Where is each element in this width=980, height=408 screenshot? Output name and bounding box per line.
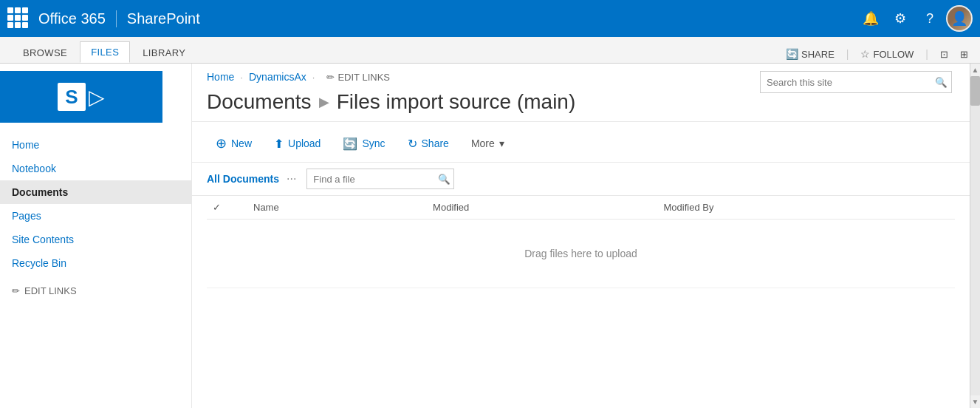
sidebar-item-recycle-bin[interactable]: Recycle Bin xyxy=(0,251,191,275)
ribbon-sep-1: | xyxy=(846,48,849,60)
focus-icon: ⊡ xyxy=(940,49,948,60)
share-action[interactable]: 🔄 SHARE xyxy=(786,48,835,60)
share-button[interactable]: ↻ Share xyxy=(399,132,458,155)
search-input[interactable] xyxy=(760,71,952,93)
sidebar-edit-links[interactable]: ✏ EDIT LINKS xyxy=(0,278,191,304)
ribbon-sep-2: | xyxy=(925,48,928,60)
col-header-modified-by[interactable]: Modified By xyxy=(658,196,956,220)
all-documents-more-icon[interactable]: ··· xyxy=(287,172,296,186)
sidebar: S ▷ Home Notebook Documents Pages Site C… xyxy=(0,64,192,408)
more-button[interactable]: More ▾ xyxy=(462,133,513,154)
scroll-up-button[interactable]: ▲ xyxy=(970,64,980,76)
col-header-check[interactable]: ✓ xyxy=(207,196,227,220)
upload-button[interactable]: ⬆ Upload xyxy=(265,132,329,155)
more-label: More xyxy=(471,137,495,149)
page-title-subtitle: Files import source (main) xyxy=(337,90,576,114)
follow-label: FOLLOW xyxy=(873,49,914,60)
breadcrumb-sep-2: · xyxy=(312,72,315,83)
scroll-v-track[interactable] xyxy=(970,76,980,395)
sync-icon: 🔄 xyxy=(343,137,357,151)
sync-button[interactable]: 🔄 Sync xyxy=(334,132,394,155)
col-header-icon xyxy=(227,196,247,220)
col-header-name[interactable]: Name xyxy=(247,196,427,220)
tab-files[interactable]: FILES xyxy=(80,41,130,63)
breadcrumb-dynamicsax[interactable]: DynamicsAx xyxy=(249,71,306,83)
sync-label: Sync xyxy=(362,137,385,149)
find-file-wrapper: 🔍 xyxy=(306,169,454,189)
document-table: ✓ Name Modified Modified By Drag files h… xyxy=(207,196,955,288)
page-title-docs: Documents xyxy=(207,90,312,114)
table-drag-row: Drag files here to upload xyxy=(207,220,955,288)
share-circle-icon: ↻ xyxy=(408,137,417,151)
tab-browse[interactable]: BROWSE xyxy=(12,42,78,63)
col-header-modified[interactable]: Modified xyxy=(427,196,657,220)
breadcrumb-edit-label: EDIT LINKS xyxy=(337,72,390,83)
edit-pencil-icon: ✏ xyxy=(326,72,335,83)
follow-icon: ☆ xyxy=(860,48,870,60)
new-button[interactable]: ⊕ New xyxy=(207,131,261,156)
breadcrumb-sep: · xyxy=(240,72,243,83)
scroll-v-thumb[interactable] xyxy=(970,76,980,106)
find-file-button[interactable]: 🔍 xyxy=(434,169,454,189)
sharepoint-title: SharePoint xyxy=(127,10,200,27)
sp-s-icon: S xyxy=(58,83,86,111)
content-container: 🔍 Home · DynamicsAx · ✏ EDIT LINKS Docum… xyxy=(192,64,970,408)
upload-icon: ⬆ xyxy=(274,137,284,151)
office365-title: Office 365 xyxy=(38,10,117,27)
content-with-scroll: 🔍 Home · DynamicsAx · ✏ EDIT LINKS Docum… xyxy=(192,64,980,408)
views-bar: All Documents ··· 🔍 xyxy=(192,163,970,196)
ribbon-right: 🔄 SHARE | ☆ FOLLOW | ⊡ ⊞ xyxy=(786,48,968,63)
tab-library[interactable]: LIBRARY xyxy=(131,42,196,63)
scroll-down-button[interactable]: ▼ xyxy=(970,395,980,408)
help-button[interactable]: ? xyxy=(916,5,943,32)
sidebar-item-notebook[interactable]: Notebook xyxy=(0,157,191,180)
edit-links-pencil-icon: ✏ xyxy=(12,285,20,296)
popout-icon: ⊞ xyxy=(960,49,968,60)
focus-button[interactable]: ⊡ xyxy=(940,49,948,60)
avatar[interactable]: 👤 xyxy=(946,5,973,32)
sidebar-item-documents[interactable]: Documents xyxy=(0,180,191,204)
right-scrollbar: ▲ ▼ xyxy=(970,64,980,408)
content-top: 🔍 Home · DynamicsAx · ✏ EDIT LINKS Docum… xyxy=(192,64,970,122)
document-table-area: ✓ Name Modified Modified By Drag files h… xyxy=(192,196,970,408)
all-documents-button[interactable]: All Documents xyxy=(207,173,279,185)
document-toolbar: ⊕ New ⬆ Upload 🔄 Sync ↻ Share More ▾ xyxy=(192,122,970,163)
new-icon: ⊕ xyxy=(216,135,227,152)
more-chevron-icon: ▾ xyxy=(499,137,504,149)
search-button[interactable]: 🔍 xyxy=(930,71,952,93)
search-input-wrapper: 🔍 xyxy=(760,71,952,93)
page-title-arrow-icon: ▶ xyxy=(319,94,329,110)
sidebar-logo: S ▷ xyxy=(0,71,162,123)
breadcrumb-edit-links[interactable]: ✏ EDIT LINKS xyxy=(326,72,390,83)
share-label: SHARE xyxy=(801,49,835,60)
sp-arrow-icon: ▷ xyxy=(89,85,105,109)
share-icon: 🔄 xyxy=(786,48,798,60)
upload-label: Upload xyxy=(288,137,321,149)
new-label: New xyxy=(231,137,252,149)
top-bar-right: 🔔 ⚙ ? 👤 xyxy=(857,5,973,32)
avatar-image: 👤 xyxy=(948,7,971,30)
search-box: 🔍 xyxy=(760,71,952,93)
settings-button[interactable]: ⚙ xyxy=(887,5,914,32)
top-bar: Office 365 SharePoint 🔔 ⚙ ? 👤 xyxy=(0,0,980,37)
sidebar-item-pages[interactable]: Pages xyxy=(0,204,191,228)
breadcrumb-home[interactable]: Home xyxy=(207,71,234,83)
sidebar-edit-links-label: EDIT LINKS xyxy=(24,285,77,296)
popout-button[interactable]: ⊞ xyxy=(960,49,968,60)
find-file-input[interactable] xyxy=(306,169,454,189)
drag-message: Drag files here to upload xyxy=(213,225,949,282)
sp-logo: S ▷ xyxy=(58,83,105,111)
bell-button[interactable]: 🔔 xyxy=(857,5,884,32)
share-label: Share xyxy=(422,137,449,149)
sidebar-item-home[interactable]: Home xyxy=(0,133,191,157)
ribbon: BROWSE FILES LIBRARY 🔄 SHARE | ☆ FOLLOW … xyxy=(0,37,980,64)
sidebar-item-site-contents[interactable]: Site Contents xyxy=(0,228,191,251)
follow-action[interactable]: ☆ FOLLOW xyxy=(860,48,914,60)
top-bar-left: Office 365 SharePoint xyxy=(7,7,857,30)
waffle-icon[interactable] xyxy=(7,7,30,30)
